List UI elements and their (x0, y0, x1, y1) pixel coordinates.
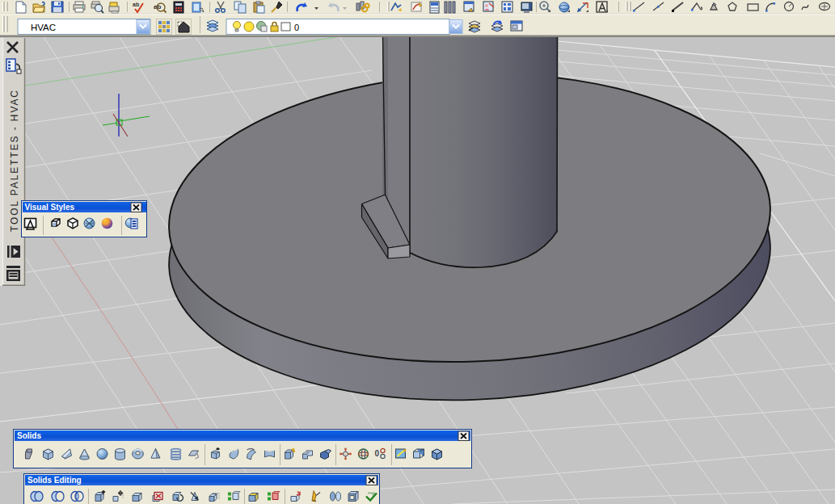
svg-text:TOOL PALETTES - HVAC: TOOL PALETTES - HVAC (9, 89, 20, 232)
svg-text:0: 0 (294, 23, 299, 32)
svg-text:0: 0 (375, 449, 380, 458)
svg-text:Visual Styles: Visual Styles (25, 203, 75, 212)
svg-text:Solids: Solids (17, 431, 41, 440)
svg-text:ab: ab (133, 2, 139, 7)
svg-text:Solids Editing: Solids Editing (27, 476, 82, 485)
svg-text:HVAC: HVAC (31, 23, 56, 32)
